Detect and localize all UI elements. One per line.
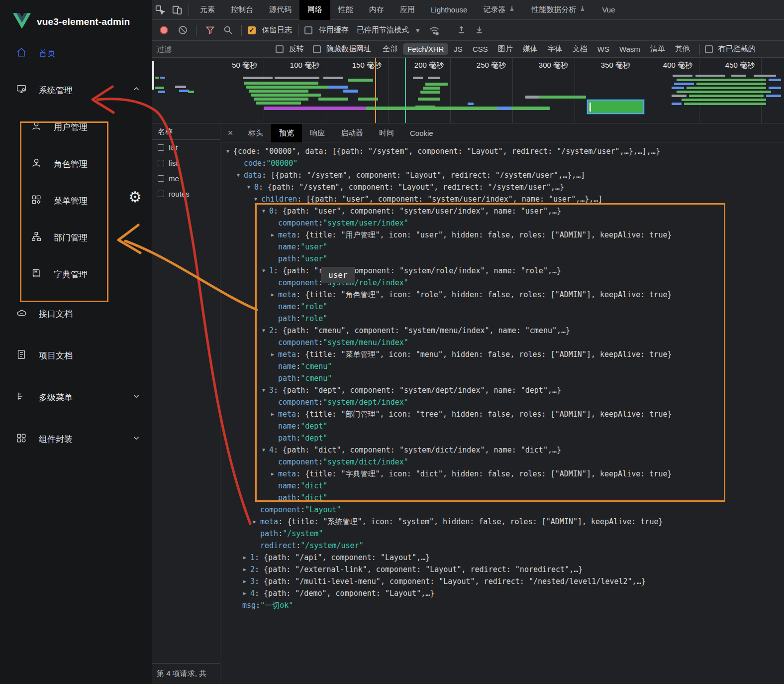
settings-gear-icon[interactable]: ⚙ <box>128 188 142 206</box>
requests-name-header[interactable]: 名称 <box>152 124 220 140</box>
tab-lighthouse[interactable]: Lighthouse <box>423 0 475 20</box>
sidebar-item-dict[interactable]: 字典管理 <box>0 256 152 293</box>
tab-performance-insights[interactable]: 性能数据分析 <box>523 0 594 20</box>
expand-arrow-icon[interactable]: ▶ <box>243 564 250 575</box>
network-conditions-icon[interactable] <box>427 23 442 38</box>
sidebar-item-dept[interactable]: 部门管理 <box>0 219 152 256</box>
detail-tab-headers[interactable]: 标头 <box>240 124 271 142</box>
expand-arrow-icon[interactable]: ▶ <box>253 516 260 528</box>
tab-label: Vue <box>602 5 615 14</box>
request-row[interactable]: list <box>152 155 220 171</box>
filter-input[interactable] <box>157 45 274 53</box>
tab-vue[interactable]: Vue <box>594 0 623 20</box>
search-icon[interactable] <box>220 23 235 38</box>
tab-elements[interactable]: 元素 <box>192 0 223 20</box>
expand-arrow-icon[interactable]: ▼ <box>262 384 269 396</box>
detail-tab-cookies[interactable]: Cookie <box>402 124 441 142</box>
chevron-up-icon[interactable] <box>132 85 141 96</box>
expand-arrow-icon[interactable]: ▶ <box>271 289 278 301</box>
tab-performance[interactable]: 性能 <box>330 0 361 20</box>
expand-arrow-icon[interactable]: ▶ <box>271 229 278 241</box>
request-row[interactable]: me <box>152 171 220 186</box>
expand-arrow-icon[interactable]: ▼ <box>262 325 269 337</box>
expand-arrow-icon[interactable]: ▼ <box>254 193 261 205</box>
record-button[interactable] <box>160 26 168 34</box>
tab-recorder[interactable]: 记录器 <box>475 0 523 20</box>
throttling-caret-icon[interactable]: ▾ <box>416 26 420 35</box>
json-text: : <box>318 396 323 408</box>
filter-chip-doc[interactable]: 文档 <box>568 43 592 55</box>
sidebar-item-role[interactable]: 角色管理 <box>0 145 152 182</box>
expand-arrow-icon[interactable]: ▶ <box>243 587 250 599</box>
expand-arrow-icon[interactable]: ▼ <box>262 205 269 217</box>
selected-request-highlight[interactable] <box>587 100 644 114</box>
filter-chip-media[interactable]: 媒体 <box>518 43 542 55</box>
json-key: 2 <box>250 564 255 575</box>
filter-chip-fetch-xhr[interactable]: Fetch/XHR <box>403 43 448 55</box>
expand-arrow-icon[interactable]: ▼ <box>237 169 244 181</box>
tab-sources[interactable]: 源代码 <box>261 0 299 20</box>
network-overview-timeline[interactable]: 50 毫秒100 毫秒150 毫秒200 毫秒250 毫秒300 毫秒350 毫… <box>152 58 784 123</box>
detail-tab-response[interactable]: 响应 <box>302 124 333 142</box>
waterfall-bar <box>323 77 343 79</box>
tab-memory[interactable]: 内存 <box>361 0 392 20</box>
tab-console[interactable]: 控制台 <box>223 0 261 20</box>
blocked-requests-checkbox[interactable] <box>705 45 713 53</box>
request-row[interactable]: routes <box>152 186 220 202</box>
expand-arrow-icon[interactable]: ▼ <box>247 181 254 193</box>
export-har-icon[interactable] <box>472 23 487 38</box>
close-detail-icon[interactable]: × <box>220 127 240 138</box>
tab-label: 性能 <box>338 5 353 14</box>
detail-tab-timing[interactable]: 时间 <box>371 124 402 142</box>
expand-arrow-icon[interactable]: ▼ <box>226 145 233 157</box>
device-toolbar-icon[interactable] <box>169 3 186 17</box>
sidebar-item-multi-menu[interactable]: 多级菜单 <box>0 376 152 418</box>
timeline-handle[interactable] <box>152 61 154 90</box>
tab-label: 记录器 <box>483 5 505 14</box>
preserve-log-checkbox[interactable]: ✓ <box>248 26 256 34</box>
tab-network[interactable]: 网络 <box>299 0 330 20</box>
sidebar-item-api-doc[interactable]: 接口文档 <box>0 293 152 335</box>
filter-chip-img[interactable]: 图片 <box>493 43 517 55</box>
detail-tab-initiator[interactable]: 启动器 <box>333 124 371 142</box>
request-row[interactable]: list <box>152 140 220 155</box>
inspect-element-icon[interactable] <box>152 3 169 17</box>
sidebar-item-home[interactable]: 首页 <box>0 35 152 72</box>
expand-arrow-icon[interactable]: ▶ <box>243 552 250 564</box>
sidebar-item-project-doc[interactable]: 项目文档 <box>0 335 152 376</box>
json-text: : <box>262 157 266 169</box>
sidebar-item-system[interactable]: 系统管理 <box>0 72 152 109</box>
expand-arrow-icon[interactable]: ▶ <box>271 348 278 360</box>
filter-funnel-icon[interactable] <box>202 23 217 38</box>
hide-data-urls-checkbox[interactable] <box>313 45 321 53</box>
filter-chip-css[interactable]: CSS <box>468 43 492 55</box>
json-key: 4 <box>269 444 274 456</box>
expand-arrow-icon[interactable]: ▶ <box>243 575 250 587</box>
expand-arrow-icon[interactable]: ▼ <box>262 444 269 456</box>
filter-chip-font[interactable]: 字体 <box>543 43 567 55</box>
filter-chip-manifest[interactable]: 清单 <box>646 43 670 55</box>
sidebar-item-user[interactable]: 用户管理 <box>0 109 152 145</box>
filter-chip-ws[interactable]: WS <box>593 43 614 55</box>
expand-arrow-spacer <box>235 599 242 611</box>
detail-tab-preview[interactable]: 预览 <box>271 124 302 142</box>
tab-application[interactable]: 应用 <box>392 0 423 20</box>
expand-arrow-spacer <box>271 277 278 289</box>
filter-chip-wasm[interactable]: Wasm <box>615 43 645 55</box>
sidebar-item-components[interactable]: 组件封装 <box>0 418 152 460</box>
expand-arrow-icon[interactable]: ▶ <box>271 468 278 480</box>
filter-chip-all[interactable]: 全部 <box>378 43 402 55</box>
filter-chip-js[interactable]: JS <box>449 43 467 55</box>
invert-checkbox[interactable] <box>276 45 284 53</box>
disable-cache-checkbox[interactable] <box>304 26 312 34</box>
timeline-event-line <box>375 58 376 123</box>
filter-chip-other[interactable]: 其他 <box>671 43 694 55</box>
expand-arrow-icon[interactable]: ▶ <box>271 408 278 420</box>
chevron-down-icon[interactable] <box>132 392 141 403</box>
app-logo[interactable]: vue3-element-admin <box>0 0 152 35</box>
expand-arrow-icon[interactable]: ▼ <box>262 265 269 277</box>
clear-network-log-icon[interactable] <box>175 23 190 38</box>
chevron-down-icon[interactable] <box>132 434 141 445</box>
import-har-icon[interactable] <box>454 23 469 38</box>
throttling-select[interactable]: 已停用节流模式 <box>357 25 409 35</box>
